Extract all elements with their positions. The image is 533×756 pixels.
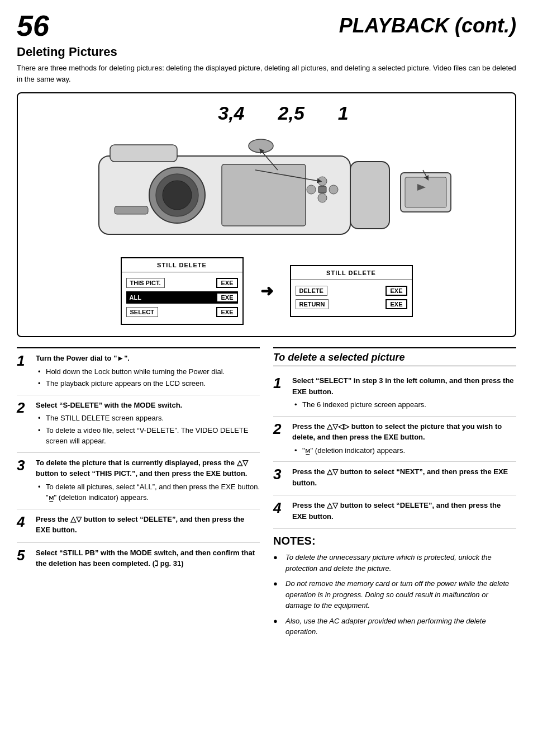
step-right-bullet-2-0: "ᴍ̲" (deletion indicator) appears.	[294, 445, 516, 456]
step-bullet-1-1: The playback picture appears on the LCD …	[38, 378, 260, 389]
step-right-content-4: Press the △▽ button to select “DELETE”, …	[292, 500, 516, 524]
step-right-3: 3 Press the △▽ button to select “NEXT”, …	[273, 462, 516, 495]
step-number-2: 2	[17, 400, 31, 448]
steps-left: 1 Turn the Power dial to "►". Hold down …	[17, 347, 260, 642]
svg-point-4	[163, 181, 192, 210]
note-item-1: ● Do not remove the memory card or turn …	[273, 578, 516, 611]
menu-screens: STILL DELETE THIS PICT. EXE ALL EXE SELE…	[29, 257, 504, 325]
camera-illustration	[29, 125, 504, 248]
note-text-2: Also, use the AC adapter provided when p…	[285, 616, 516, 637]
step-right-content-3: Press the △▽ button to select “NEXT”, an…	[292, 466, 516, 490]
step-bullet-2-1: To delete a video file, select “V-DELETE…	[38, 425, 260, 447]
diagram-label-1: 1	[338, 102, 349, 124]
step-content-5: Select “STILL PB” with the MODE switch, …	[36, 547, 260, 571]
notes-title: NOTES:	[273, 535, 516, 547]
menu-exe-select: EXE	[216, 307, 237, 317]
step-right-main-4: Press the △▽ button to select “DELETE”, …	[292, 500, 516, 522]
menu-row-thispict: THIS PICT. EXE	[126, 278, 238, 288]
svg-point-8	[318, 193, 327, 202]
step-number-3: 3	[17, 457, 31, 504]
step-main-4: Press the △▽ button to select “DELETE”, …	[36, 514, 260, 536]
menu-row-return: RETURN EXE	[296, 299, 407, 309]
step-number-4: 4	[17, 514, 31, 538]
steps-right: To delete a selected picture 1 Select “S…	[273, 347, 516, 642]
step-content-4: Press the △▽ button to select “DELETE”, …	[36, 514, 260, 538]
step-content-2: Select “S-DELETE” with the MODE switch. …	[36, 400, 260, 448]
step-bullet-1-0: Hold down the Lock button while turning …	[38, 366, 260, 377]
diagram-label-34: 3,4	[218, 102, 244, 124]
menu-row-all: ALL EXE	[126, 291, 238, 304]
step-content-1: Turn the Power dial to "►". Hold down th…	[36, 353, 260, 390]
step-left-2: 2 Select “S-DELETE” with the MODE switch…	[17, 395, 260, 453]
step-left-1: 1 Turn the Power dial to "►". Hold down …	[17, 348, 260, 395]
svg-rect-1	[110, 145, 177, 162]
step-right-main-3: Press the △▽ button to select “NEXT”, an…	[292, 466, 516, 488]
steps-container: 1 Turn the Power dial to "►". Hold down …	[17, 347, 516, 642]
step-left-5: 5 Select “STILL PB” with the MODE switch…	[17, 543, 260, 576]
svg-rect-14	[405, 177, 446, 207]
menu-exe-thispict: EXE	[216, 278, 237, 288]
diagram-box: 3,4 2,5 1	[17, 92, 516, 337]
step-right-main-2: Press the △▽◁▷ button to select the pict…	[292, 421, 516, 443]
menu-label-select: SELECT	[126, 307, 158, 317]
step-main-5: Select “STILL PB” with the MODE switch, …	[36, 547, 260, 569]
menu-label-all: ALL	[126, 293, 145, 302]
note-bullet-2: ●	[273, 616, 281, 627]
note-item-2: ● Also, use the AC adapter provided when…	[273, 616, 516, 637]
svg-point-9	[307, 185, 316, 194]
step-right-4: 4 Press the △▽ button to select “DELETE”…	[273, 495, 516, 529]
note-text-1: Do not remove the memory card or turn of…	[285, 578, 516, 611]
menu-screen-right: STILL DELETE DELETE EXE RETURN EXE	[290, 265, 413, 317]
step-left-3: 3 To delete the picture that is currentl…	[17, 453, 260, 509]
step-right-bullet-1-0: The 6 indexed picture screen appears.	[294, 399, 516, 410]
diagram-label-25: 2,5	[278, 102, 304, 124]
step-right-1: 1 Select “SELECT” in step 3 in the left …	[273, 371, 516, 417]
note-item-0: ● To delete the unnecessary picture whic…	[273, 552, 516, 574]
page-header: 56 PLAYBACK (cont.)	[17, 11, 516, 40]
step-right-content-2: Press the △▽◁▷ button to select the pict…	[292, 421, 516, 457]
menu-screen-left-body: THIS PICT. EXE ALL EXE SELECT EXE	[122, 272, 242, 324]
page-number: 56	[17, 11, 49, 40]
step-right-2: 2 Press the △▽◁▷ button to select the pi…	[273, 417, 516, 462]
menu-row-delete: DELETE EXE	[296, 286, 407, 296]
section-title: Deleting Pictures	[17, 45, 516, 59]
menu-label-thispict: THIS PICT.	[126, 278, 165, 288]
note-bullet-1: ●	[273, 578, 281, 589]
step-right-content-1: Select “SELECT” in step 3 in the left co…	[292, 375, 516, 412]
menu-arrow: ➜	[260, 282, 273, 300]
step-bullet-3-0: To delete all pictures, select “ALL”, an…	[38, 481, 260, 503]
note-bullet-0: ●	[273, 552, 281, 563]
menu-label-delete: DELETE	[296, 286, 327, 296]
section-intro: There are three methods for deleting pic…	[17, 63, 516, 84]
step-number-1: 1	[17, 353, 31, 390]
svg-rect-5	[222, 164, 306, 226]
step-right-number-3: 3	[273, 466, 288, 490]
step-left-4: 4 Press the △▽ button to select “DELETE”…	[17, 509, 260, 543]
svg-rect-10	[318, 186, 326, 193]
step-main-2: Select “S-DELETE” with the MODE switch.	[36, 400, 260, 411]
page-title: PLAYBACK (cont.)	[339, 11, 516, 36]
note-text-0: To delete the unnecessary picture which …	[285, 552, 516, 574]
svg-point-7	[329, 185, 338, 194]
step-main-1: Turn the Power dial to "►".	[36, 353, 260, 364]
step-main-3: To delete the picture that is currently …	[36, 457, 260, 479]
menu-exe-return: EXE	[386, 299, 407, 309]
menu-screen-right-title: STILL DELETE	[291, 266, 412, 280]
svg-rect-12	[350, 162, 389, 229]
menu-label-return: RETURN	[296, 299, 329, 309]
menu-screen-left: STILL DELETE THIS PICT. EXE ALL EXE SELE…	[121, 257, 244, 325]
step-right-main-1: Select “SELECT” in step 3 in the left co…	[292, 375, 516, 397]
step-right-number-1: 1	[273, 375, 288, 412]
svg-rect-11	[115, 206, 148, 214]
step-number-5: 5	[17, 547, 31, 571]
step-right-number-2: 2	[273, 421, 288, 457]
notes-section: NOTES: ● To delete the unnecessary pictu…	[273, 535, 516, 637]
right-section-title: To delete a selected picture	[273, 348, 516, 366]
step-content-3: To delete the picture that is currently …	[36, 457, 260, 504]
step-right-number-4: 4	[273, 500, 288, 524]
menu-screen-left-title: STILL DELETE	[122, 258, 242, 272]
menu-row-select: SELECT EXE	[126, 307, 238, 317]
step-bullet-2-0: The STILL DELETE screen appears.	[38, 413, 260, 424]
menu-exe-all: EXE	[216, 292, 237, 303]
menu-exe-delete: EXE	[386, 286, 407, 296]
